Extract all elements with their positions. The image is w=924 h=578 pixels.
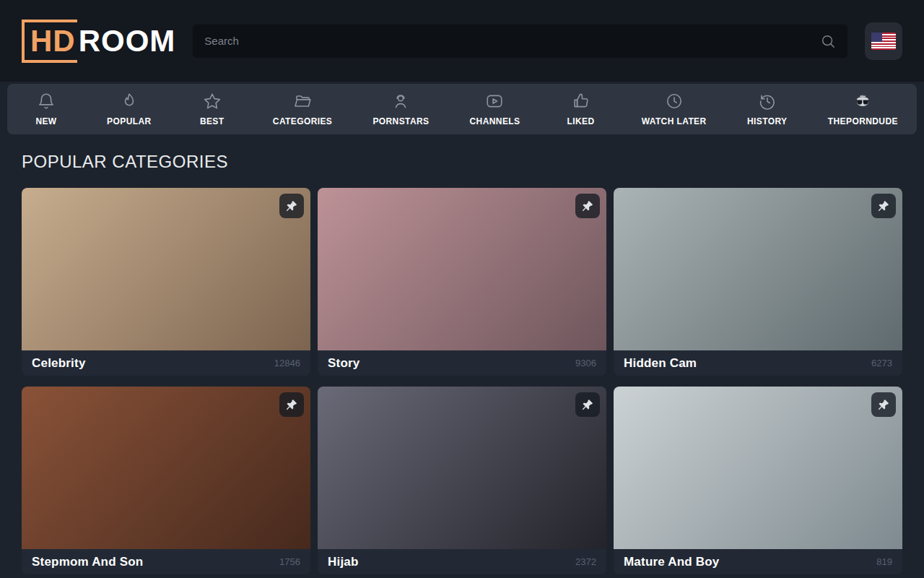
nav-item-liked[interactable]: LIKED [561,92,601,126]
category-card[interactable]: Hijab 2372 [318,387,606,574]
nav-item-history[interactable]: HISTORY [747,92,788,126]
folder-icon [293,92,312,111]
pin-icon [285,398,298,411]
main-navigation: NEW POPULAR BEST CATEGORIES PORNSTARS CH… [7,84,917,134]
category-card[interactable]: Story 9306 [318,188,606,376]
category-count: 9306 [575,358,596,368]
pin-icon [285,199,298,212]
pin-button[interactable] [871,194,896,218]
category-count: 12846 [274,358,300,368]
nav-item-pornstars[interactable]: PORNSTARS [372,92,429,126]
pin-icon [877,398,890,411]
category-card[interactable]: Stepmom And Son 1756 [22,387,310,574]
thumbs-up-icon [572,92,590,111]
category-thumbnail[interactable] [318,188,606,350]
category-thumbnail[interactable] [22,387,310,549]
pin-icon [581,199,594,212]
play-screen-icon [485,92,504,111]
nav-label: HISTORY [747,116,787,126]
category-count: 1756 [279,556,300,567]
flame-icon [120,92,139,111]
bell-icon [37,92,56,111]
category-title: Hidden Cam [624,356,697,371]
nav-label: BEST [200,116,225,126]
category-thumbnail[interactable] [614,188,902,350]
category-thumbnail[interactable] [614,387,902,549]
category-count: 819 [876,556,892,567]
nav-item-popular[interactable]: POPULAR [107,92,151,126]
nav-label: THEPORNDUDE [828,116,898,126]
history-icon [758,92,777,111]
nav-label: CHANNELS [470,116,520,126]
category-title: Hijab [328,555,359,569]
pin-button[interactable] [279,392,304,417]
sunglasses-face-icon [853,92,872,111]
category-thumbnail[interactable] [22,188,310,350]
person-icon [391,92,410,111]
nav-label: CATEGORIES [273,116,332,126]
category-title: Mature And Boy [624,555,720,569]
nav-label: NEW [35,116,56,126]
star-icon [203,92,222,111]
nav-label: WATCH LATER [642,116,707,126]
us-flag-icon [871,33,896,50]
logo-hd-text: HD [22,20,77,63]
logo-room-text: ROOM [79,24,176,59]
nav-item-best[interactable]: BEST [192,92,232,126]
site-logo[interactable]: HD ROOM [22,20,175,63]
pin-icon [877,199,890,212]
category-thumbnail[interactable] [318,387,606,549]
pin-button[interactable] [871,392,896,417]
pin-button[interactable] [279,194,304,218]
search-bar[interactable] [193,25,847,58]
page-title: POPULAR CATEGORIES [22,152,902,172]
pin-button[interactable] [575,194,600,218]
clock-icon [665,92,684,111]
category-title: Story [328,356,359,371]
category-title: Stepmom And Son [32,555,143,569]
nav-item-new[interactable]: NEW [26,92,66,126]
search-input[interactable] [204,35,820,47]
search-icon[interactable] [820,33,836,49]
nav-item-channels[interactable]: CHANNELS [470,92,520,126]
header: HD ROOM [0,0,924,82]
category-card[interactable]: Celebrity 12846 [22,188,310,376]
nav-item-categories[interactable]: CATEGORIES [273,92,332,126]
nav-label: LIKED [567,116,595,126]
category-count: 2372 [575,556,596,567]
nav-label: POPULAR [107,116,151,126]
category-grid: Celebrity 12846 Story 9306 [22,188,902,574]
language-button[interactable] [865,22,902,60]
category-title: Celebrity [32,356,86,371]
category-card[interactable]: Mature And Boy 819 [614,387,902,574]
nav-item-theporndude[interactable]: THEPORNDUDE [828,92,898,126]
pin-icon [581,398,594,411]
nav-label: PORNSTARS [372,116,429,126]
category-card[interactable]: Hidden Cam 6273 [614,188,902,376]
category-count: 6273 [871,358,892,368]
pin-button[interactable] [575,392,600,417]
nav-item-watch-later[interactable]: WATCH LATER [642,92,707,126]
